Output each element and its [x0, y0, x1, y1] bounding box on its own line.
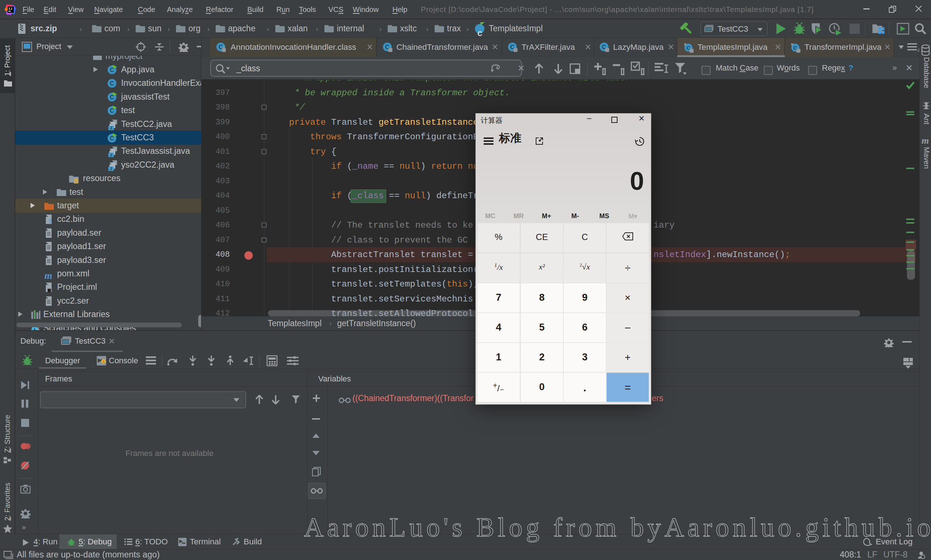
- svg-text:?: ?: [48, 218, 52, 225]
- svg-text:IJ: IJ: [8, 7, 12, 11]
- svg-text:C: C: [110, 135, 114, 142]
- svg-text:C: C: [110, 94, 114, 100]
- svg-text:J: J: [110, 166, 112, 171]
- svg-text:J: J: [110, 153, 112, 157]
- svg-text:C: C: [110, 108, 114, 114]
- svg-text:C: C: [110, 67, 114, 73]
- svg-text:C: C: [110, 80, 114, 86]
- svg-text:J: J: [110, 126, 112, 130]
